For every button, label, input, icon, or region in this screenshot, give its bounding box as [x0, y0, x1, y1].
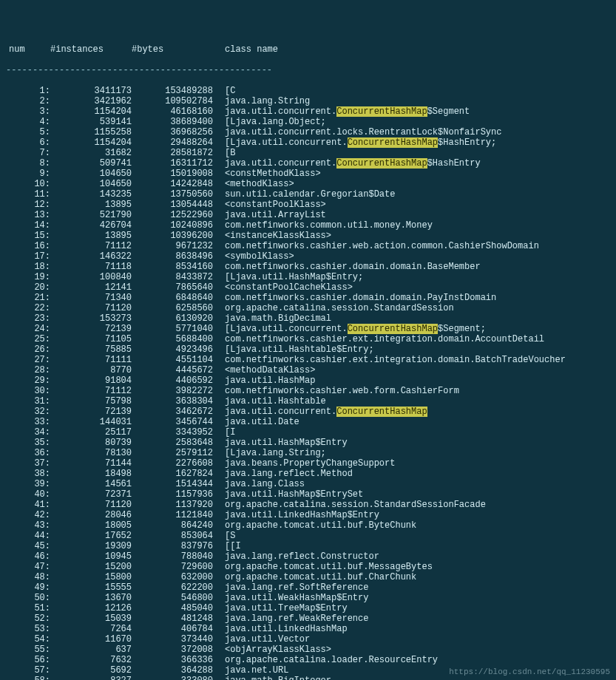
class-name: org.apache.tomcat.util.buf.ByteChunk — [225, 520, 416, 531]
class-name: org.apache.tomcat.util.buf.MessageBytes — [225, 562, 433, 572]
table-row: 25:711055688400com.netfinworks.cashier.e… — [6, 334, 610, 344]
table-row: 54:11670373440java.util.Vector — [6, 634, 610, 645]
class-name: java.util.concurrent.ConcurrentHashMap$H… — [225, 158, 481, 169]
class-name: java.util.WeakHashMap$Entry — [225, 593, 368, 603]
class-name: java.util.concurrent.ConcurrentHashMap — [225, 407, 427, 417]
table-row: 46:10945788040java.lang.reflect.Construc… — [6, 551, 610, 562]
table-row: 6:115420429488264[Ljava.util.concurrent.… — [6, 137, 610, 148]
hdr-bytes: #bytes — [132, 44, 213, 55]
class-name: java.util.Vector — [225, 634, 310, 645]
class-name: java.util.HashMap$EntrySet — [225, 489, 363, 500]
watermark: https://blog.csdn.net/qq_11230595 — [449, 667, 610, 677]
class-name: com.netfinworks.common.util.money.Money — [225, 220, 433, 231]
class-name: java.math.BigDecimal — [225, 313, 331, 324]
highlight-match: ConcurrentHashMap — [348, 137, 438, 148]
table-row: 14:42670410240896com.netfinworks.common.… — [6, 220, 610, 231]
class-name: java.util.concurrent.locks.ReentrantLock… — [225, 127, 501, 137]
table-row: 24:721395771040[Ljava.util.concurrent.Co… — [6, 324, 610, 334]
class-name: java.lang.ref.WeakReference — [225, 613, 368, 624]
class-name: java.lang.reflect.Method — [225, 469, 353, 479]
table-row: 11:14323513750560sun.util.calendar.Grego… — [6, 189, 610, 200]
table-row: 10:10465014242848<methodKlass> — [6, 179, 610, 189]
class-name: java.lang.Class — [225, 479, 305, 489]
hdr-class: class name — [225, 44, 278, 55]
table-row: 23:1532736130920java.math.BigDecimal — [6, 313, 610, 324]
table-row: 7:3168228581872[B — [6, 148, 610, 158]
table-row: 16:711129671232com.netfinworks.cashier.w… — [6, 241, 610, 251]
table-row: 56:7632366336org.apache.catalina.loader.… — [6, 655, 610, 665]
table-row: 44:17652853064[S — [6, 531, 610, 541]
table-row: 29:918044406592java.util.HashMap — [6, 375, 610, 386]
table-row: 38:184981627824java.lang.reflect.Method — [6, 469, 610, 479]
class-name: java.lang.String — [225, 96, 310, 106]
class-name: [[I — [225, 541, 241, 551]
class-name: org.apache.catalina.session.StandardSess… — [225, 500, 486, 510]
table-row: 50:13670546800java.util.WeakHashMap$Entr… — [6, 593, 610, 603]
hdr-num: num — [6, 44, 50, 55]
table-row: 43:18005864240org.apache.tomcat.util.buf… — [6, 520, 610, 531]
class-name: java.util.HashMap — [225, 375, 315, 386]
table-row: 5:115525836968256java.util.concurrent.lo… — [6, 127, 610, 137]
table-row: 36:781302579112[Ljava.lang.String; — [6, 448, 610, 458]
class-name: <instanceKlassKlass> — [225, 231, 331, 241]
class-name: com.netfinworks.cashier.domain.domain.Ba… — [225, 262, 481, 272]
class-name: [Ljava.lang.Object; — [225, 117, 326, 127]
class-name: <methodKlass> — [225, 179, 294, 189]
class-name: org.apache.catalina.loader.ResourceEntry — [225, 655, 438, 665]
table-row: 1:3411173153489288[C — [6, 86, 610, 96]
table-row: 28:87704445672<methodDataKlass> — [6, 365, 610, 375]
table-row: 42:280461121840java.util.LinkedHashMap$E… — [6, 510, 610, 520]
class-name: com.netfinworks.cashier.web.form.Cashier… — [225, 386, 459, 396]
table-row: 15:1389510396200<instanceKlassKlass> — [6, 231, 610, 241]
table-row: 41:711201137920org.apache.catalina.sessi… — [6, 500, 610, 510]
table-row: 8:50974116311712java.util.concurrent.Con… — [6, 158, 610, 169]
class-name: [Ljava.util.concurrent.ConcurrentHashMap… — [225, 324, 486, 334]
class-name: [Ljava.util.HashMap$Entry; — [225, 272, 363, 282]
class-name: [Ljava.lang.String; — [225, 448, 326, 458]
table-row: 49:15555622200java.lang.ref.SoftReferenc… — [6, 582, 610, 593]
hdr-instances: #instances — [50, 44, 132, 55]
table-row: 53:7264406784java.util.LinkedHashMap — [6, 624, 610, 634]
table-row: 33:1440313456744java.util.Date — [6, 417, 610, 427]
table-row: 9:10465015019008<constMethodKlass> — [6, 169, 610, 179]
highlight-match: ConcurrentHashMap — [336, 106, 427, 117]
table-row: 37:711442276608java.beans.PropertyChange… — [6, 458, 610, 469]
class-name: java.lang.reflect.Constructor — [225, 551, 379, 562]
table-row: 40:723711157936java.util.HashMap$EntrySe… — [6, 489, 610, 500]
class-name: com.netfinworks.cashier.ext.integration.… — [225, 334, 544, 344]
header-row: num#instances#bytesclass name — [6, 44, 610, 55]
table-row: 4:53914138689400[Ljava.lang.Object; — [6, 117, 610, 127]
table-row: 51:12126485040java.util.TreeMap$Entry — [6, 603, 610, 613]
table-row: 26:758854923496[Ljava.util.Hashtable$Ent… — [6, 344, 610, 355]
table-row: 32:721393462672java.util.concurrent.Conc… — [6, 407, 610, 417]
table-row: 18:711188534160com.netfinworks.cashier.d… — [6, 262, 610, 272]
table-row: 12:1389513054448<constantPoolKlass> — [6, 200, 610, 210]
class-name: <constMethodKlass> — [225, 169, 321, 179]
class-name: [S — [225, 531, 235, 541]
class-name: com.netfinworks.cashier.ext.integration.… — [225, 355, 566, 365]
class-name: [Ljava.util.concurrent.ConcurrentHashMap… — [225, 137, 496, 148]
table-row: 2:3421962109502784java.lang.String — [6, 96, 610, 106]
table-row: 47:15200729600org.apache.tomcat.util.buf… — [6, 562, 610, 572]
class-name: java.beans.PropertyChangeSupport — [225, 458, 395, 469]
class-name: <objArrayKlassKlass> — [225, 645, 331, 655]
table-row: 55:637372008<objArrayKlassKlass> — [6, 645, 610, 655]
table-row: 19:1008408433872[Ljava.util.HashMap$Entr… — [6, 272, 610, 282]
class-name: java.util.ArrayList — [225, 210, 326, 220]
highlight-match: ConcurrentHashMap — [348, 324, 438, 334]
class-name: java.util.Hashtable — [225, 396, 326, 407]
class-name: [I — [225, 427, 235, 438]
highlight-match: ConcurrentHashMap — [336, 158, 427, 169]
table-row: 22:711206258560org.apache.catalina.sessi… — [6, 303, 610, 313]
table-row: 34:251173343952[I — [6, 427, 610, 438]
table-row: 20:121417865640<constantPoolCacheKlass> — [6, 282, 610, 293]
class-name: java.lang.ref.SoftReference — [225, 582, 368, 593]
table-row: 17:1463228638496<symbolKlass> — [6, 251, 610, 262]
class-name: org.apache.catalina.session.StandardSess… — [225, 303, 454, 313]
table-row: 27:711114551104com.netfinworks.cashier.e… — [6, 355, 610, 365]
class-name: java.util.HashMap$Entry — [225, 438, 348, 448]
class-name: <symbolKlass> — [225, 251, 294, 262]
class-name: java.util.LinkedHashMap$Entry — [225, 510, 379, 520]
class-name: java.util.TreeMap$Entry — [225, 603, 348, 613]
table-row: 21:713406848640com.netfinworks.cashier.d… — [6, 293, 610, 303]
